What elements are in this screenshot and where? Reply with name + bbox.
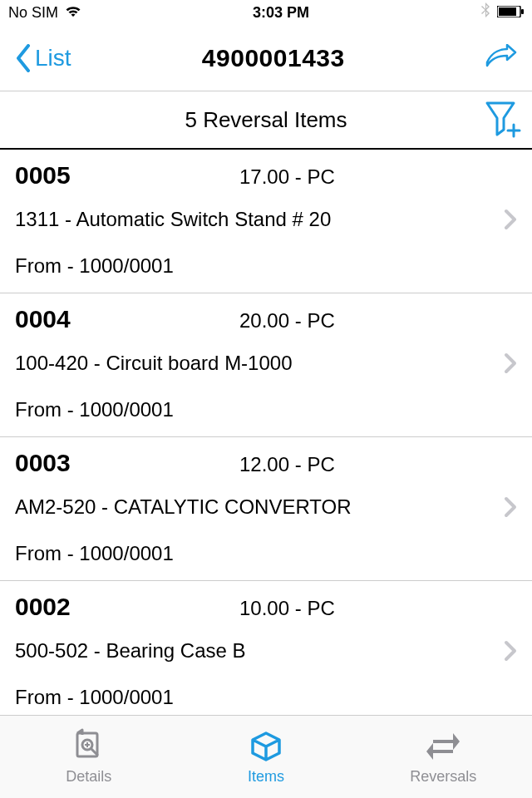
item-id: 0005	[15, 161, 239, 190]
nav-bar: List 4900001433	[0, 25, 532, 91]
details-icon	[71, 728, 107, 765]
item-qty: 17.00 - PC	[239, 165, 335, 189]
list-item[interactable]: 0005 17.00 - PC 1311 - Automatic Switch …	[0, 150, 532, 293]
item-id: 0004	[15, 305, 239, 333]
page-title: 4900001433	[71, 44, 475, 72]
bluetooth-icon	[480, 2, 490, 23]
list-item[interactable]: 0004 20.00 - PC 100-420 - Circuit board …	[0, 293, 532, 437]
item-desc: 100-420 - Circuit board M-1000	[15, 352, 517, 375]
filter-button[interactable]	[484, 100, 522, 141]
item-from: From - 1000/0001	[15, 398, 517, 421]
section-header: 5 Reversal Items	[0, 91, 532, 150]
chevron-right-icon	[504, 640, 517, 665]
item-qty: 10.00 - PC	[239, 597, 335, 620]
item-id: 0002	[15, 593, 239, 621]
section-title: 5 Reversal Items	[0, 107, 532, 133]
items-list: 0005 17.00 - PC 1311 - Automatic Switch …	[0, 150, 532, 773]
tab-reversals[interactable]: Reversals	[355, 716, 532, 798]
item-qty: 12.00 - PC	[239, 453, 335, 476]
tab-details[interactable]: Details	[0, 716, 177, 798]
clock-label: 3:03 PM	[253, 4, 309, 22]
tab-label: Reversals	[410, 768, 476, 786]
items-icon	[248, 728, 284, 765]
back-label: List	[35, 45, 71, 71]
status-bar: No SIM 3:03 PM	[0, 0, 532, 25]
item-from: From - 1000/0001	[15, 254, 517, 278]
tab-items[interactable]: Items	[177, 716, 354, 798]
item-from: From - 1000/0001	[15, 542, 517, 565]
chevron-right-icon	[504, 496, 517, 521]
chevron-left-icon	[15, 44, 32, 72]
tab-label: Details	[66, 768, 111, 786]
svg-rect-1	[499, 7, 516, 16]
funnel-add-icon	[484, 100, 522, 138]
item-desc: 500-502 - Bearing Case B	[15, 639, 517, 663]
item-desc: 1311 - Automatic Switch Stand # 20	[15, 208, 517, 231]
list-item[interactable]: 0002 10.00 - PC 500-502 - Bearing Case B…	[0, 581, 532, 725]
item-desc: AM2-520 - CATALYTIC CONVERTOR	[15, 495, 517, 519]
back-button[interactable]: List	[15, 44, 71, 72]
item-from: From - 1000/0001	[15, 686, 517, 709]
chevron-right-icon	[504, 209, 517, 234]
wifi-icon	[65, 4, 81, 22]
list-item[interactable]: 0003 12.00 - PC AM2-520 - CATALYTIC CONV…	[0, 437, 532, 581]
svg-rect-2	[521, 9, 524, 14]
reversals-icon	[425, 728, 461, 765]
chevron-right-icon	[504, 352, 517, 377]
battery-icon	[497, 4, 524, 22]
carrier-label: No SIM	[8, 4, 58, 22]
share-button[interactable]	[475, 44, 517, 72]
tab-label: Items	[248, 768, 284, 786]
item-id: 0003	[15, 449, 239, 477]
share-icon	[484, 44, 517, 69]
item-qty: 20.00 - PC	[239, 309, 335, 332]
tab-bar: Details Items Reversals	[0, 715, 532, 798]
